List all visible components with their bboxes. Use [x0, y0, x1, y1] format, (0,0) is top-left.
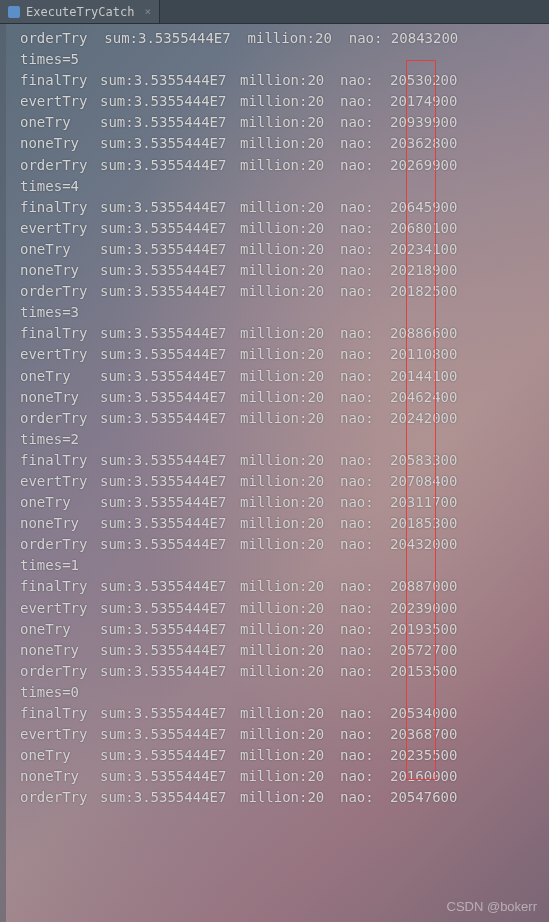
output-line: evertTry sum:3.5355444E7 million:20 nao:…: [20, 218, 547, 239]
times-line: times=4: [20, 176, 547, 197]
times-line: times=3: [20, 302, 547, 323]
output-line: noneTry sum:3.5355444E7 million:20 nao: …: [20, 766, 547, 787]
output-line: finalTry sum:3.5355444E7 million:20 nao:…: [20, 703, 547, 724]
output-line: orderTry sum:3.5355444E7 million:20 nao:…: [20, 155, 547, 176]
times-line: times=5: [20, 49, 547, 70]
output-line: finalTry sum:3.5355444E7 million:20 nao:…: [20, 576, 547, 597]
output-line: finalTry sum:3.5355444E7 million:20 nao:…: [20, 70, 547, 91]
times-line: times=2: [20, 429, 547, 450]
output-line: noneTry sum:3.5355444E7 million:20 nao: …: [20, 133, 547, 154]
output-line: noneTry sum:3.5355444E7 million:20 nao: …: [20, 640, 547, 661]
output-line: finalTry sum:3.5355444E7 million:20 nao:…: [20, 450, 547, 471]
output-line: finalTry sum:3.5355444E7 million:20 nao:…: [20, 197, 547, 218]
output-line: evertTry sum:3.5355444E7 million:20 nao:…: [20, 724, 547, 745]
output-line: evertTry sum:3.5355444E7 million:20 nao:…: [20, 471, 547, 492]
tab-bar: ExecuteTryCatch ×: [0, 0, 549, 24]
output-line: oneTry sum:3.5355444E7 million:20 nao: 2…: [20, 112, 547, 133]
tab-executetrycatch[interactable]: ExecuteTryCatch ×: [0, 0, 160, 23]
output-line: evertTry sum:3.5355444E7 million:20 nao:…: [20, 598, 547, 619]
output-line: oneTry sum:3.5355444E7 million:20 nao: 2…: [20, 366, 547, 387]
output-line: orderTry sum:3.5355444E7 million:20 nao:…: [20, 408, 547, 429]
run-icon: [8, 6, 20, 18]
output-line: oneTry sum:3.5355444E7 million:20 nao: 2…: [20, 239, 547, 260]
output-line: oneTry sum:3.5355444E7 million:20 nao: 2…: [20, 745, 547, 766]
output-line: orderTry sum:3.5355444E7 million:20 nao:…: [20, 28, 547, 49]
output-line: evertTry sum:3.5355444E7 million:20 nao:…: [20, 91, 547, 112]
output-line: orderTry sum:3.5355444E7 million:20 nao:…: [20, 281, 547, 302]
output-line: finalTry sum:3.5355444E7 million:20 nao:…: [20, 323, 547, 344]
tab-title: ExecuteTryCatch: [26, 5, 134, 19]
times-line: times=1: [20, 555, 547, 576]
console-output[interactable]: orderTry sum:3.5355444E7 million:20 nao:…: [0, 24, 549, 812]
output-line: noneTry sum:3.5355444E7 million:20 nao: …: [20, 260, 547, 281]
close-icon[interactable]: ×: [144, 5, 151, 18]
times-line: times=0: [20, 682, 547, 703]
output-line: orderTry sum:3.5355444E7 million:20 nao:…: [20, 661, 547, 682]
output-line: evertTry sum:3.5355444E7 million:20 nao:…: [20, 344, 547, 365]
output-line: orderTry sum:3.5355444E7 million:20 nao:…: [20, 787, 547, 808]
output-line: oneTry sum:3.5355444E7 million:20 nao: 2…: [20, 492, 547, 513]
output-line: noneTry sum:3.5355444E7 million:20 nao: …: [20, 513, 547, 534]
watermark: CSDN @bokerr: [447, 899, 538, 914]
output-line: orderTry sum:3.5355444E7 million:20 nao:…: [20, 534, 547, 555]
output-line: noneTry sum:3.5355444E7 million:20 nao: …: [20, 387, 547, 408]
output-line: oneTry sum:3.5355444E7 million:20 nao: 2…: [20, 619, 547, 640]
gutter: [0, 24, 6, 922]
